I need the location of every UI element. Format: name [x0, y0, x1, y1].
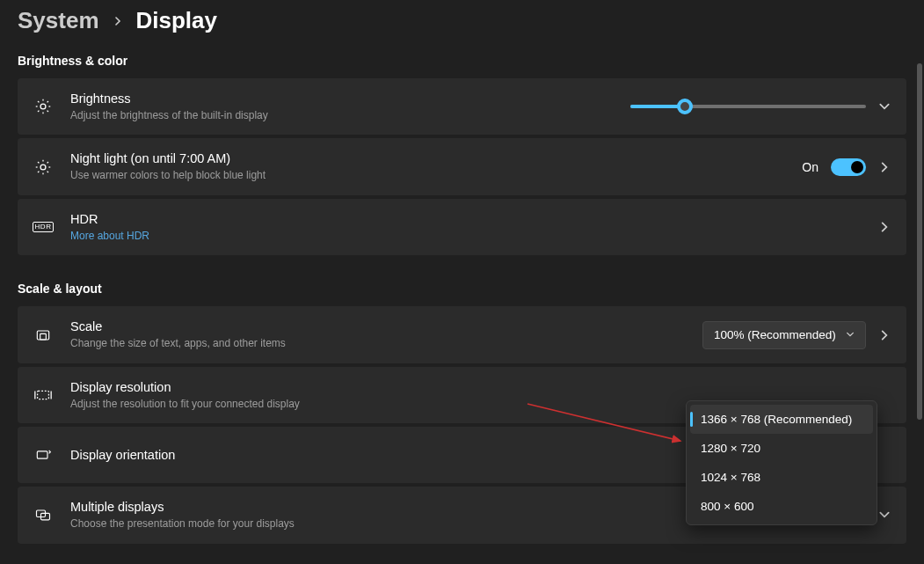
- breadcrumb: System Display: [18, 7, 906, 34]
- nightlight-sub: Use warmer colors to help block blue lig…: [70, 169, 784, 183]
- card-night-light[interactable]: Night light (on until 7:00 AM) Use warme…: [18, 138, 906, 194]
- section-brightness-color: Brightness & color Brightness Adjust the…: [18, 54, 906, 255]
- brightness-sub: Adjust the brightness of the built-in di…: [70, 109, 613, 123]
- svg-line-6: [47, 111, 48, 112]
- nightlight-state: On: [802, 160, 819, 174]
- card-hdr[interactable]: HDR HDR More about HDR: [18, 199, 906, 255]
- nightlight-title: Night light (on until 7:00 AM): [70, 150, 784, 167]
- multiple-displays-icon: [33, 505, 53, 524]
- svg-point-0: [40, 104, 46, 109]
- scrollbar[interactable]: [917, 63, 922, 559]
- section-title: Brightness & color: [18, 54, 906, 68]
- scale-sub: Change the size of text, apps, and other…: [70, 337, 685, 351]
- resolution-icon: [33, 385, 53, 405]
- scale-dropdown[interactable]: 100% (Recommended): [702, 321, 866, 349]
- nightlight-toggle[interactable]: [831, 158, 866, 176]
- resolution-option[interactable]: 800 × 600: [690, 492, 873, 521]
- section-title: Scale & layout: [18, 282, 906, 296]
- chevron-down-icon[interactable]: [878, 100, 891, 113]
- svg-rect-20: [38, 391, 49, 399]
- svg-rect-18: [37, 331, 48, 340]
- svg-line-7: [38, 111, 39, 112]
- resolution-sub: Adjust the resolution to fit your connec…: [70, 398, 681, 412]
- chevron-right-icon[interactable]: [878, 221, 891, 233]
- svg-line-5: [38, 101, 39, 102]
- svg-rect-19: [40, 333, 47, 340]
- hdr-title: HDR: [70, 211, 861, 228]
- svg-rect-23: [37, 451, 47, 458]
- scale-value: 100% (Recommended): [714, 328, 836, 341]
- svg-line-16: [38, 171, 39, 172]
- svg-line-17: [47, 162, 48, 163]
- hdr-link[interactable]: More about HDR: [70, 230, 861, 244]
- svg-line-8: [47, 101, 48, 102]
- chevron-down-icon: [846, 330, 855, 341]
- sun-icon: [33, 97, 53, 116]
- svg-point-9: [40, 165, 46, 170]
- chevron-down-icon[interactable]: [878, 509, 891, 521]
- card-scale[interactable]: Scale Change the size of text, apps, and…: [18, 306, 906, 363]
- sun-icon: [33, 157, 53, 177]
- page-title: Display: [136, 7, 218, 34]
- chevron-right-icon[interactable]: [878, 329, 891, 341]
- chevron-right-icon[interactable]: [878, 161, 891, 173]
- hdr-icon: HDR: [33, 217, 53, 237]
- resolution-dropdown-flyout[interactable]: 1366 × 768 (Recommended)1280 × 7201024 ×…: [686, 400, 877, 525]
- resolution-option[interactable]: 1024 × 768: [690, 463, 873, 492]
- orientation-icon: [33, 445, 53, 465]
- orientation-title: Display orientation: [70, 447, 681, 464]
- breadcrumb-parent[interactable]: System: [18, 7, 99, 34]
- chevron-right-icon: [113, 14, 122, 28]
- resolution-title: Display resolution: [70, 379, 681, 396]
- resolution-option[interactable]: 1366 × 768 (Recommended): [690, 405, 873, 434]
- brightness-slider[interactable]: [630, 105, 866, 108]
- svg-line-14: [38, 162, 39, 163]
- scale-title: Scale: [70, 319, 685, 335]
- brightness-title: Brightness: [70, 91, 613, 107]
- resolution-option[interactable]: 1280 × 720: [690, 434, 873, 463]
- card-brightness: Brightness Adjust the brightness of the …: [18, 78, 906, 135]
- scale-icon: [33, 326, 53, 345]
- svg-line-15: [47, 171, 48, 172]
